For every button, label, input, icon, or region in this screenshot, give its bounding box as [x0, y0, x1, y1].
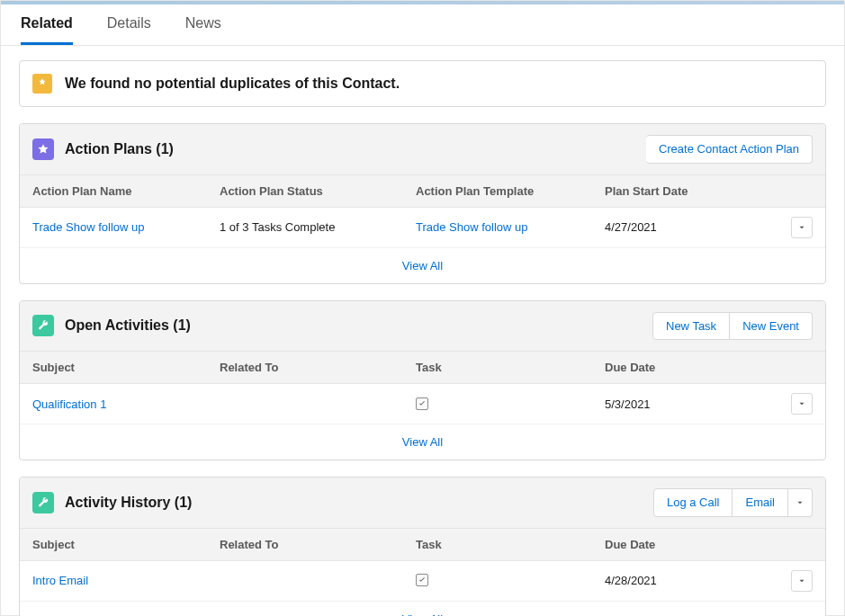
task-checkbox: [416, 397, 428, 410]
action-plans-view-all-link[interactable]: View All: [402, 259, 443, 272]
open-activities-title: Open Activities (1): [65, 317, 191, 334]
chevron-down-icon: [796, 498, 805, 507]
chevron-down-icon: [797, 399, 806, 408]
col-subject: Subject: [32, 538, 220, 551]
tab-related[interactable]: Related: [21, 15, 73, 45]
activity-history-title: Activity History (1): [65, 495, 192, 511]
new-task-button[interactable]: New Task: [652, 312, 730, 341]
col-plan-start-date: Plan Start Date: [605, 184, 813, 198]
duplicates-message: We found no potential duplicates of this…: [65, 76, 400, 92]
activity-history-view-all-link[interactable]: View All: [402, 612, 443, 616]
wrench-icon: [32, 492, 54, 513]
check-icon: [418, 399, 427, 408]
action-plans-title: Action Plans (1): [65, 141, 174, 157]
col-related-to: Related To: [220, 361, 416, 374]
action-plan-status: 1 of 3 Tasks Complete: [220, 220, 416, 234]
tab-details[interactable]: Details: [107, 15, 151, 45]
open-activities-view-all-link[interactable]: View All: [402, 435, 443, 449]
wrench-icon: [32, 315, 54, 336]
col-action-plan-template: Action Plan Template: [416, 184, 605, 198]
activity-due-date: 5/3/2021: [605, 397, 651, 411]
col-task: Task: [416, 361, 605, 374]
tab-news[interactable]: News: [185, 15, 221, 45]
action-plans-card: Action Plans (1) Create Contact Action P…: [19, 123, 826, 284]
chevron-down-icon: [797, 576, 806, 585]
duplicates-icon: [32, 74, 52, 94]
action-plans-header-row: Action Plan Name Action Plan Status Acti…: [20, 175, 825, 208]
history-subject-link[interactable]: Intro Email: [32, 574, 88, 587]
row-actions-button[interactable]: [791, 217, 813, 238]
chevron-down-icon: [797, 223, 806, 232]
action-plan-name-link[interactable]: Trade Show follow up: [32, 220, 145, 234]
col-due-date: Due Date: [605, 538, 813, 551]
activity-history-header-row: Subject Related To Task Due Date: [20, 529, 825, 561]
star-icon: [32, 138, 54, 160]
log-a-call-button[interactable]: Log a Call: [653, 488, 733, 517]
more-actions-button[interactable]: [788, 488, 813, 517]
duplicates-banner: We found no potential duplicates of this…: [19, 60, 826, 107]
table-row: Trade Show follow up 1 of 3 Tasks Comple…: [20, 208, 825, 248]
table-row: Qualification 1 5/3/2021: [20, 384, 825, 424]
task-checkbox: [416, 574, 428, 586]
new-event-button[interactable]: New Event: [730, 312, 813, 341]
plan-start-date: 4/27/2021: [605, 220, 657, 234]
col-subject: Subject: [32, 361, 220, 374]
col-action-plan-status: Action Plan Status: [220, 184, 416, 198]
col-action-plan-name: Action Plan Name: [32, 184, 220, 198]
history-due-date: 4/28/2021: [605, 574, 657, 587]
row-actions-button[interactable]: [791, 570, 813, 592]
activity-subject-link[interactable]: Qualification 1: [32, 397, 106, 411]
tab-bar: Related Details News: [1, 4, 844, 46]
open-activities-header-row: Subject Related To Task Due Date: [20, 352, 825, 384]
activity-history-card: Activity History (1) Log a Call Email Su…: [19, 477, 826, 616]
table-row: Intro Email 4/28/2021: [20, 561, 825, 602]
create-contact-action-plan-button[interactable]: Create Contact Action Plan: [646, 135, 813, 164]
col-due-date: Due Date: [605, 361, 813, 374]
check-icon: [418, 576, 427, 585]
open-activities-card: Open Activities (1) New Task New Event S…: [19, 300, 826, 461]
col-related-to: Related To: [220, 538, 416, 551]
action-plan-template-link[interactable]: Trade Show follow up: [416, 220, 528, 234]
row-actions-button[interactable]: [791, 393, 813, 415]
email-button[interactable]: Email: [733, 488, 788, 517]
col-task: Task: [416, 538, 605, 551]
